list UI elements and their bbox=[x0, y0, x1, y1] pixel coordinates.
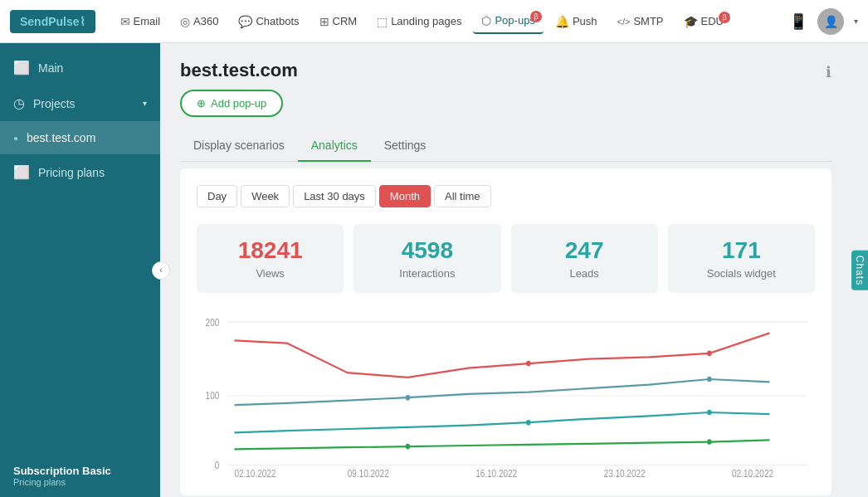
sidebar-site-label: best.test.com bbox=[27, 131, 95, 144]
x-label-2: 09.10.2022 bbox=[348, 468, 389, 479]
time-filter: Day Week Last 30 days Month All time bbox=[197, 185, 815, 207]
time-day-label: Day bbox=[207, 190, 227, 202]
nav-chatbots-label: Chatbots bbox=[256, 15, 299, 27]
nav-push[interactable]: 🔔 Push bbox=[547, 10, 606, 33]
page-title: best.test.com bbox=[180, 60, 298, 81]
sidebar-item-pricing[interactable]: ⬜ Pricing plans bbox=[0, 154, 160, 190]
stat-socials-label: Socials widget bbox=[681, 267, 802, 280]
nav-push-label: Push bbox=[573, 15, 597, 27]
email-nav-icon: ✉ bbox=[120, 15, 130, 28]
nav-email[interactable]: ✉ Email bbox=[112, 10, 169, 33]
sidebar-pricing-label: Pricing plans bbox=[38, 166, 105, 179]
chart-dot-leads-2 bbox=[707, 410, 711, 416]
sidebar-projects-label: Projects bbox=[33, 97, 76, 110]
y-label-100: 100 bbox=[206, 390, 220, 401]
chats-label: Chats bbox=[854, 255, 866, 285]
nav-smtp-label: SMTP bbox=[633, 15, 663, 27]
chart-dot-leads-1 bbox=[526, 420, 530, 426]
time-btn-last30[interactable]: Last 30 days bbox=[293, 185, 376, 207]
sidebar-main-label: Main bbox=[38, 61, 63, 75]
sidebar-bottom: Subscription Basic Pricing plans bbox=[0, 455, 160, 497]
y-label-200: 200 bbox=[206, 317, 220, 328]
sidebar: ⬜ Main ◷ Projects ▾ ● best.test.com ⬜ Pr… bbox=[0, 43, 160, 497]
sidebar-item-projects[interactable]: ◷ Projects ▾ bbox=[0, 85, 160, 121]
stat-leads-value: 247 bbox=[524, 237, 645, 264]
sidebar-item-site[interactable]: ● best.test.com bbox=[0, 121, 160, 154]
time-alltime-label: All time bbox=[445, 190, 480, 202]
chart-svg: 200 100 0 02.10.2022 09.10.2022 16.10.20… bbox=[197, 313, 815, 479]
nav-items: ✉ Email ◎ A360 💬 Chatbots ⊞ CRM ⬚ Landin… bbox=[112, 9, 789, 34]
chart-container: 200 100 0 02.10.2022 09.10.2022 16.10.20… bbox=[197, 313, 815, 479]
chart-dot-views-2 bbox=[707, 351, 711, 357]
nav-crm[interactable]: ⊞ CRM bbox=[311, 10, 366, 33]
chart-line-views bbox=[234, 333, 769, 377]
stat-socials-value: 171 bbox=[681, 237, 802, 264]
nav-a360[interactable]: ◎ A360 bbox=[172, 10, 227, 33]
chart-dot-socials-1 bbox=[406, 444, 410, 450]
edu-nav-icon: 🎓 bbox=[684, 15, 698, 28]
nav-a360-label: A360 bbox=[193, 15, 218, 27]
add-popup-button[interactable]: ⊕ Add pop-up bbox=[180, 90, 283, 117]
content-area: best.test.com ⊕ Add pop-up ℹ Display sce… bbox=[160, 43, 851, 497]
tab-analytics[interactable]: Analytics bbox=[298, 130, 371, 162]
stat-interactions-label: Interactions bbox=[367, 267, 487, 280]
edu-badge: β bbox=[719, 12, 730, 23]
nav-edu[interactable]: 🎓 EDU β bbox=[675, 10, 732, 33]
user-avatar[interactable]: 👤 bbox=[817, 8, 844, 35]
tabs-bar: Display scenarios Analytics Settings bbox=[180, 130, 831, 162]
stat-interactions-value: 4598 bbox=[367, 237, 487, 264]
a360-nav-icon: ◎ bbox=[180, 15, 190, 28]
projects-icon: ◷ bbox=[13, 95, 25, 111]
smtp-nav-icon: </> bbox=[617, 17, 631, 27]
push-nav-icon: 🔔 bbox=[555, 15, 569, 28]
x-label-3: 16.10.2022 bbox=[475, 468, 517, 479]
stat-card-views: 18241 Views bbox=[197, 224, 344, 293]
nav-right: 📱 👤 ▾ bbox=[789, 8, 858, 35]
top-navigation: SendPulse⌇ ✉ Email ◎ A360 💬 Chatbots ⊞ C… bbox=[0, 0, 868, 43]
sidebar-collapse-button[interactable]: ‹ bbox=[152, 261, 170, 280]
main-layout: ⬜ Main ◷ Projects ▾ ● best.test.com ⬜ Pr… bbox=[0, 43, 868, 497]
time-month-label: Month bbox=[390, 190, 420, 202]
time-btn-day[interactable]: Day bbox=[197, 185, 237, 207]
crm-nav-icon: ⊞ bbox=[319, 15, 329, 28]
stat-card-leads: 247 Leads bbox=[511, 224, 658, 293]
time-btn-week[interactable]: Week bbox=[241, 185, 290, 207]
popups-badge: β bbox=[530, 11, 542, 22]
avatar-chevron[interactable]: ▾ bbox=[854, 17, 858, 26]
chats-tab[interactable]: Chats bbox=[851, 250, 868, 290]
chatbots-nav-icon: 💬 bbox=[238, 15, 252, 28]
subscription-title: Subscription Basic bbox=[13, 465, 147, 477]
tab-settings-label: Settings bbox=[384, 139, 427, 152]
logo[interactable]: SendPulse⌇ bbox=[10, 10, 95, 33]
mobile-icon[interactable]: 📱 bbox=[789, 12, 807, 31]
x-label-1: 02.10.2022 bbox=[234, 468, 276, 479]
stat-card-interactions: 4598 Interactions bbox=[354, 224, 500, 293]
info-icon[interactable]: ℹ bbox=[826, 63, 831, 81]
popups-nav-icon: ⬡ bbox=[481, 14, 491, 27]
sidebar-item-main[interactable]: ⬜ Main bbox=[0, 50, 160, 85]
time-btn-alltime[interactable]: All time bbox=[434, 185, 491, 207]
main-icon: ⬜ bbox=[13, 60, 30, 76]
stat-card-socials: 171 Socials widget bbox=[668, 224, 815, 293]
add-popup-label: Add pop-up bbox=[211, 97, 266, 110]
subscription-plan[interactable]: Pricing plans bbox=[13, 477, 147, 487]
nav-smtp[interactable]: </> SMTP bbox=[609, 10, 672, 32]
nav-chatbots[interactable]: 💬 Chatbots bbox=[230, 10, 307, 33]
nav-popups-label: Pop-ups bbox=[495, 14, 534, 27]
logo-text: SendPulse bbox=[20, 15, 80, 28]
site-icon: ● bbox=[13, 134, 18, 143]
pricing-icon: ⬜ bbox=[13, 164, 30, 180]
nav-email-label: Email bbox=[134, 15, 161, 27]
nav-landing-label: Landing pages bbox=[391, 15, 461, 27]
chart-dot-socials-2 bbox=[707, 439, 711, 445]
nav-landing[interactable]: ⬚ Landing pages bbox=[368, 10, 470, 33]
tab-analytics-label: Analytics bbox=[311, 139, 358, 152]
time-btn-month[interactable]: Month bbox=[379, 185, 431, 207]
page-header-left: best.test.com ⊕ Add pop-up bbox=[180, 60, 298, 117]
stat-views-label: Views bbox=[210, 267, 330, 280]
tab-display-scenarios[interactable]: Display scenarios bbox=[180, 130, 298, 162]
tab-settings[interactable]: Settings bbox=[371, 130, 440, 162]
analytics-panel: Day Week Last 30 days Month All time 1 bbox=[180, 168, 831, 495]
nav-popups[interactable]: ⬡ Pop-ups β bbox=[473, 9, 543, 34]
chart-line-leads bbox=[234, 412, 769, 432]
